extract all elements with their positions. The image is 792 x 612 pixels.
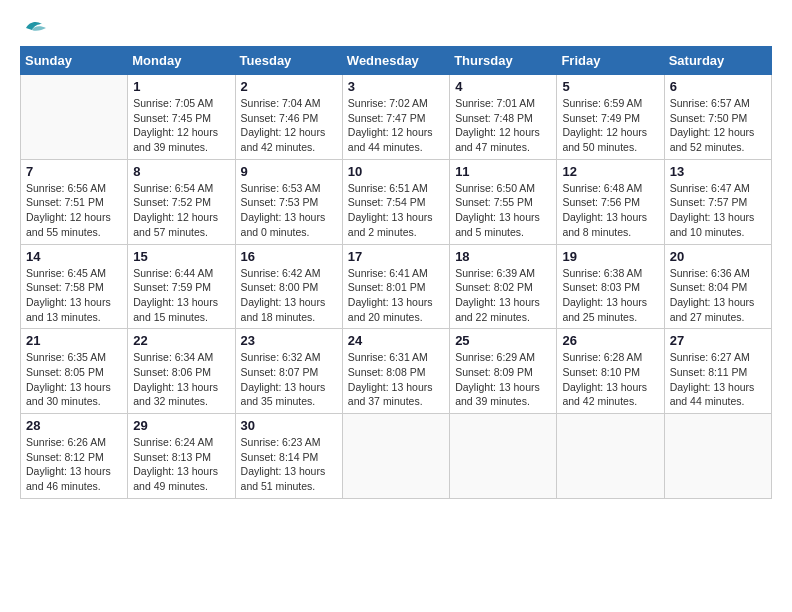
calendar-header-row: SundayMondayTuesdayWednesdayThursdayFrid… — [21, 47, 772, 75]
calendar-cell: 18Sunrise: 6:39 AM Sunset: 8:02 PM Dayli… — [450, 244, 557, 329]
calendar-table: SundayMondayTuesdayWednesdayThursdayFrid… — [20, 46, 772, 499]
day-info: Sunrise: 6:57 AM Sunset: 7:50 PM Dayligh… — [670, 96, 766, 155]
calendar-cell: 22Sunrise: 6:34 AM Sunset: 8:06 PM Dayli… — [128, 329, 235, 414]
calendar-week-row: 7Sunrise: 6:56 AM Sunset: 7:51 PM Daylig… — [21, 159, 772, 244]
day-info: Sunrise: 6:53 AM Sunset: 7:53 PM Dayligh… — [241, 181, 337, 240]
weekday-header: Thursday — [450, 47, 557, 75]
calendar-cell: 2Sunrise: 7:04 AM Sunset: 7:46 PM Daylig… — [235, 75, 342, 160]
day-number: 30 — [241, 418, 337, 433]
day-info: Sunrise: 6:51 AM Sunset: 7:54 PM Dayligh… — [348, 181, 444, 240]
day-number: 16 — [241, 249, 337, 264]
weekday-header: Tuesday — [235, 47, 342, 75]
day-number: 28 — [26, 418, 122, 433]
day-number: 21 — [26, 333, 122, 348]
day-info: Sunrise: 7:02 AM Sunset: 7:47 PM Dayligh… — [348, 96, 444, 155]
calendar-cell — [342, 414, 449, 499]
day-info: Sunrise: 6:42 AM Sunset: 8:00 PM Dayligh… — [241, 266, 337, 325]
day-info: Sunrise: 7:01 AM Sunset: 7:48 PM Dayligh… — [455, 96, 551, 155]
day-info: Sunrise: 6:56 AM Sunset: 7:51 PM Dayligh… — [26, 181, 122, 240]
day-info: Sunrise: 6:35 AM Sunset: 8:05 PM Dayligh… — [26, 350, 122, 409]
weekday-header: Friday — [557, 47, 664, 75]
calendar-cell: 19Sunrise: 6:38 AM Sunset: 8:03 PM Dayli… — [557, 244, 664, 329]
calendar-cell — [557, 414, 664, 499]
day-info: Sunrise: 6:38 AM Sunset: 8:03 PM Dayligh… — [562, 266, 658, 325]
day-info: Sunrise: 6:36 AM Sunset: 8:04 PM Dayligh… — [670, 266, 766, 325]
day-number: 4 — [455, 79, 551, 94]
calendar-cell: 14Sunrise: 6:45 AM Sunset: 7:58 PM Dayli… — [21, 244, 128, 329]
day-number: 6 — [670, 79, 766, 94]
calendar-cell — [450, 414, 557, 499]
day-number: 18 — [455, 249, 551, 264]
calendar-cell: 21Sunrise: 6:35 AM Sunset: 8:05 PM Dayli… — [21, 329, 128, 414]
calendar-cell: 29Sunrise: 6:24 AM Sunset: 8:13 PM Dayli… — [128, 414, 235, 499]
calendar-cell: 24Sunrise: 6:31 AM Sunset: 8:08 PM Dayli… — [342, 329, 449, 414]
day-number: 20 — [670, 249, 766, 264]
day-number: 27 — [670, 333, 766, 348]
day-number: 22 — [133, 333, 229, 348]
day-number: 5 — [562, 79, 658, 94]
day-number: 14 — [26, 249, 122, 264]
calendar-cell: 7Sunrise: 6:56 AM Sunset: 7:51 PM Daylig… — [21, 159, 128, 244]
day-info: Sunrise: 7:04 AM Sunset: 7:46 PM Dayligh… — [241, 96, 337, 155]
calendar-cell: 17Sunrise: 6:41 AM Sunset: 8:01 PM Dayli… — [342, 244, 449, 329]
day-number: 9 — [241, 164, 337, 179]
calendar-cell: 8Sunrise: 6:54 AM Sunset: 7:52 PM Daylig… — [128, 159, 235, 244]
logo — [20, 20, 46, 36]
day-number: 10 — [348, 164, 444, 179]
calendar-cell: 10Sunrise: 6:51 AM Sunset: 7:54 PM Dayli… — [342, 159, 449, 244]
calendar-cell: 13Sunrise: 6:47 AM Sunset: 7:57 PM Dayli… — [664, 159, 771, 244]
day-number: 8 — [133, 164, 229, 179]
day-number: 15 — [133, 249, 229, 264]
day-info: Sunrise: 6:47 AM Sunset: 7:57 PM Dayligh… — [670, 181, 766, 240]
weekday-header: Sunday — [21, 47, 128, 75]
calendar-cell: 23Sunrise: 6:32 AM Sunset: 8:07 PM Dayli… — [235, 329, 342, 414]
day-info: Sunrise: 6:23 AM Sunset: 8:14 PM Dayligh… — [241, 435, 337, 494]
calendar-cell: 4Sunrise: 7:01 AM Sunset: 7:48 PM Daylig… — [450, 75, 557, 160]
day-number: 24 — [348, 333, 444, 348]
weekday-header: Wednesday — [342, 47, 449, 75]
calendar-week-row: 28Sunrise: 6:26 AM Sunset: 8:12 PM Dayli… — [21, 414, 772, 499]
day-info: Sunrise: 6:44 AM Sunset: 7:59 PM Dayligh… — [133, 266, 229, 325]
day-info: Sunrise: 6:48 AM Sunset: 7:56 PM Dayligh… — [562, 181, 658, 240]
day-number: 11 — [455, 164, 551, 179]
weekday-header: Monday — [128, 47, 235, 75]
calendar-week-row: 1Sunrise: 7:05 AM Sunset: 7:45 PM Daylig… — [21, 75, 772, 160]
day-info: Sunrise: 6:54 AM Sunset: 7:52 PM Dayligh… — [133, 181, 229, 240]
calendar-cell: 11Sunrise: 6:50 AM Sunset: 7:55 PM Dayli… — [450, 159, 557, 244]
day-number: 26 — [562, 333, 658, 348]
calendar-cell — [21, 75, 128, 160]
day-info: Sunrise: 6:39 AM Sunset: 8:02 PM Dayligh… — [455, 266, 551, 325]
day-info: Sunrise: 6:59 AM Sunset: 7:49 PM Dayligh… — [562, 96, 658, 155]
day-info: Sunrise: 6:28 AM Sunset: 8:10 PM Dayligh… — [562, 350, 658, 409]
day-number: 29 — [133, 418, 229, 433]
day-number: 25 — [455, 333, 551, 348]
calendar-cell: 12Sunrise: 6:48 AM Sunset: 7:56 PM Dayli… — [557, 159, 664, 244]
page-header — [20, 20, 772, 36]
calendar-cell: 30Sunrise: 6:23 AM Sunset: 8:14 PM Dayli… — [235, 414, 342, 499]
day-number: 2 — [241, 79, 337, 94]
day-number: 7 — [26, 164, 122, 179]
calendar-cell: 16Sunrise: 6:42 AM Sunset: 8:00 PM Dayli… — [235, 244, 342, 329]
calendar-cell: 6Sunrise: 6:57 AM Sunset: 7:50 PM Daylig… — [664, 75, 771, 160]
calendar-cell: 20Sunrise: 6:36 AM Sunset: 8:04 PM Dayli… — [664, 244, 771, 329]
calendar-cell: 26Sunrise: 6:28 AM Sunset: 8:10 PM Dayli… — [557, 329, 664, 414]
calendar-cell: 5Sunrise: 6:59 AM Sunset: 7:49 PM Daylig… — [557, 75, 664, 160]
calendar-week-row: 14Sunrise: 6:45 AM Sunset: 7:58 PM Dayli… — [21, 244, 772, 329]
day-info: Sunrise: 6:27 AM Sunset: 8:11 PM Dayligh… — [670, 350, 766, 409]
calendar-cell: 27Sunrise: 6:27 AM Sunset: 8:11 PM Dayli… — [664, 329, 771, 414]
day-info: Sunrise: 6:24 AM Sunset: 8:13 PM Dayligh… — [133, 435, 229, 494]
day-number: 13 — [670, 164, 766, 179]
day-number: 1 — [133, 79, 229, 94]
day-info: Sunrise: 6:26 AM Sunset: 8:12 PM Dayligh… — [26, 435, 122, 494]
day-info: Sunrise: 6:50 AM Sunset: 7:55 PM Dayligh… — [455, 181, 551, 240]
calendar-cell: 1Sunrise: 7:05 AM Sunset: 7:45 PM Daylig… — [128, 75, 235, 160]
calendar-week-row: 21Sunrise: 6:35 AM Sunset: 8:05 PM Dayli… — [21, 329, 772, 414]
day-info: Sunrise: 6:31 AM Sunset: 8:08 PM Dayligh… — [348, 350, 444, 409]
day-number: 19 — [562, 249, 658, 264]
day-info: Sunrise: 6:32 AM Sunset: 8:07 PM Dayligh… — [241, 350, 337, 409]
day-info: Sunrise: 6:45 AM Sunset: 7:58 PM Dayligh… — [26, 266, 122, 325]
calendar-cell: 28Sunrise: 6:26 AM Sunset: 8:12 PM Dayli… — [21, 414, 128, 499]
day-info: Sunrise: 6:34 AM Sunset: 8:06 PM Dayligh… — [133, 350, 229, 409]
day-number: 17 — [348, 249, 444, 264]
day-info: Sunrise: 7:05 AM Sunset: 7:45 PM Dayligh… — [133, 96, 229, 155]
